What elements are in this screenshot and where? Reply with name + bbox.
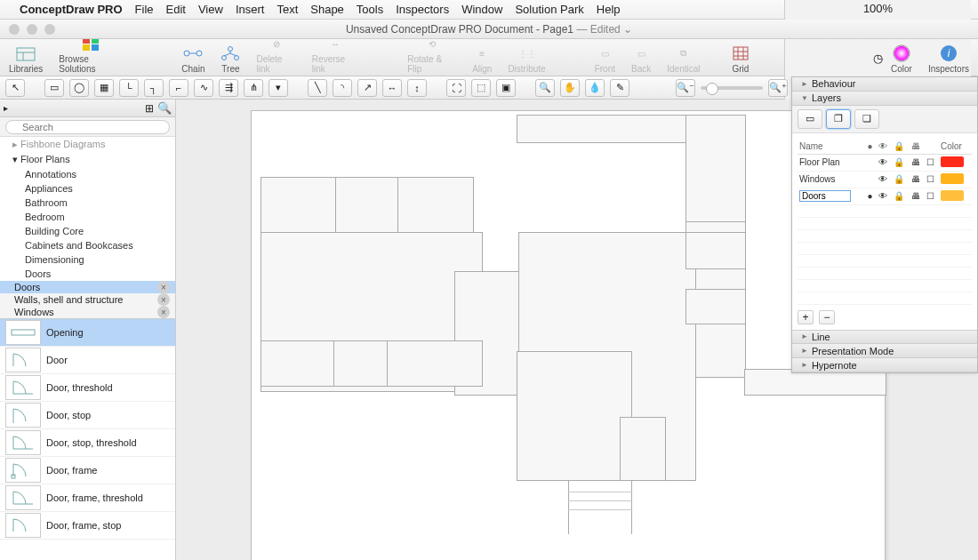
tree-dimensioning[interactable]: Dimensioning [0, 252, 175, 267]
zoom-fit-tool[interactable]: ⛶ [446, 79, 466, 97]
layer-row-windows[interactable]: Windows 👁🔒🖶☐ [798, 171, 972, 188]
tree-bathroom[interactable]: Bathroom [0, 196, 175, 210]
rect-tool[interactable]: ▭ [44, 79, 64, 97]
tb-color[interactable]: Color [891, 44, 912, 74]
layer-windows-swatch[interactable] [941, 173, 964, 184]
menu-window[interactable]: Window [461, 3, 502, 16]
menu-insert[interactable]: Insert [236, 3, 265, 16]
floor-plan[interactable] [252, 111, 885, 560]
menu-inspectors[interactable]: Inspectors [396, 3, 449, 16]
tree-building-core[interactable]: Building Core [0, 224, 175, 238]
panel-layers[interactable]: Layers [792, 92, 977, 106]
menu-tools[interactable]: Tools [357, 3, 383, 16]
menu-help[interactable]: Help [597, 3, 621, 16]
tree-annotations[interactable]: Annotations [0, 167, 175, 181]
tree-cabinets[interactable]: Cabinets and Bookcases [0, 238, 175, 252]
close-lib-walls[interactable]: × [157, 293, 170, 306]
open-lib-doors[interactable]: Doors× [0, 281, 175, 293]
dim-h-tool[interactable]: ↔ [382, 79, 402, 97]
layer-doors-name-input[interactable] [799, 190, 851, 202]
library-search-input[interactable] [5, 120, 170, 134]
shape-opening[interactable]: Opening [0, 319, 175, 347]
menu-view[interactable]: View [198, 3, 223, 16]
minimize-window-button[interactable] [27, 24, 37, 35]
shape-door-frame-threshold[interactable]: Door, frame, threshold [0, 484, 175, 512]
panel-hypernote[interactable]: Hypernote [792, 358, 977, 372]
search-toggle-icon[interactable]: 🔍 [157, 101, 172, 115]
shape-door-stop[interactable]: Door, stop [0, 402, 175, 429]
connector-multi-tool[interactable]: ⇶ [219, 79, 238, 97]
chevron-down-icon[interactable]: ⌄ [623, 23, 632, 36]
tb-browse-solutions[interactable]: Browse Solutions [59, 34, 124, 74]
arc-tool[interactable]: ◝ [333, 79, 352, 97]
open-lib-walls[interactable]: Walls, shell and structure× [0, 293, 175, 306]
polyline-tool[interactable]: ↗ [357, 79, 377, 97]
line-tool[interactable]: ╲ [308, 79, 327, 97]
app-name[interactable]: ConceptDraw PRO [20, 3, 123, 16]
tb-grid[interactable]: Grid [732, 44, 749, 74]
connector-step-tool[interactable]: ⌐ [169, 79, 188, 97]
zoom-page-tool[interactable]: ▣ [496, 79, 516, 97]
clock-icon[interactable]: ◷ [873, 52, 883, 65]
panel-presentation[interactable]: Presentation Mode [792, 344, 977, 358]
drawing-sheet[interactable] [251, 110, 886, 560]
close-lib-doors[interactable]: × [157, 281, 170, 293]
zoom-window-button[interactable] [44, 24, 55, 35]
layer-tab-all[interactable]: ❏ [854, 109, 879, 129]
tb-browse-label: Browse Solutions [59, 54, 124, 74]
tb-chain[interactable]: Chain [181, 44, 204, 74]
tree-appliances[interactable]: Appliances [0, 181, 175, 196]
open-lib-windows[interactable]: Windows× [0, 306, 175, 318]
shape-door-stop-threshold[interactable]: Door, stop, threshold [0, 429, 175, 457]
ellipse-tool[interactable]: ◯ [69, 79, 89, 97]
layer-tab-single[interactable]: ▭ [798, 109, 822, 129]
layer-tab-stack[interactable]: ❐ [826, 109, 851, 129]
shape-door-frame[interactable]: Door, frame [0, 457, 175, 484]
pointer-tool[interactable]: ↖ [5, 79, 25, 97]
remove-layer-button[interactable]: − [819, 310, 835, 324]
group-tool[interactable]: ▦ [94, 79, 114, 97]
layer-row-floorplan[interactable]: Floor Plan 👁🔒🖶☐ [798, 154, 972, 171]
close-lib-windows[interactable]: × [157, 306, 170, 318]
pencil-tool[interactable]: ✎ [610, 79, 629, 97]
pan-tool[interactable]: ✋ [560, 79, 580, 97]
zoom-out-button[interactable]: 🔍⁻ [676, 79, 695, 97]
open-lib-walls-label: Walls, shell and structure [0, 294, 123, 305]
menu-solution-park[interactable]: Solution Park [515, 3, 583, 16]
panel-behaviour[interactable]: Behaviour [792, 77, 977, 92]
layer-doors-swatch[interactable] [941, 190, 964, 201]
add-layer-button[interactable]: + [798, 310, 814, 324]
view-grid-icon[interactable]: ⊞ [145, 102, 154, 115]
shape-door[interactable]: Door [0, 347, 175, 374]
layer-floorplan-swatch[interactable] [941, 156, 964, 167]
menu-shape[interactable]: Shape [310, 3, 344, 16]
more-tool[interactable]: ▾ [269, 79, 288, 97]
zoom-width-tool[interactable]: ⬚ [471, 79, 491, 97]
tree-fishbone[interactable]: ▸ Fishbone Diagrams [0, 137, 175, 152]
tb-libraries[interactable]: Libraries [9, 44, 43, 74]
shape-door-threshold[interactable]: Door, threshold [0, 374, 175, 402]
connector-branch-tool[interactable]: ⋔ [244, 79, 263, 97]
layer-tabs: ▭ ❐ ❏ [792, 106, 977, 133]
tb-tree[interactable]: Tree [220, 44, 240, 74]
menu-text[interactable]: Text [277, 3, 298, 16]
connector-s-tool[interactable]: ∿ [194, 79, 213, 97]
tb-inspectors[interactable]: iInspectors [928, 44, 969, 74]
menu-file[interactable]: File [135, 3, 154, 16]
connector-corner-tool[interactable]: └ [119, 79, 139, 97]
library-collapse-icon[interactable]: ▸ [4, 103, 8, 113]
tree-doors[interactable]: Doors [0, 267, 175, 281]
dim-v-tool[interactable]: ↕ [407, 79, 427, 97]
zoom-in-icon[interactable]: 🔍 [535, 79, 555, 97]
tree-bedroom[interactable]: Bedroom [0, 210, 175, 224]
shape-door-frame-stop[interactable]: Door, frame, stop [0, 512, 175, 540]
connector-l-tool[interactable]: ┐ [144, 79, 164, 97]
menu-edit[interactable]: Edit [166, 3, 186, 16]
zoom-in-button[interactable]: 🔍⁺ [768, 79, 788, 97]
close-window-button[interactable] [9, 24, 20, 35]
eyedrop-tool[interactable]: 💧 [585, 79, 605, 97]
tree-floor-plans[interactable]: ▾ Floor Plans [0, 152, 175, 167]
layer-row-doors[interactable]: ●👁🔒🖶☐ [798, 188, 972, 204]
panel-line[interactable]: Line [792, 331, 977, 345]
zoom-slider[interactable] [701, 86, 763, 90]
